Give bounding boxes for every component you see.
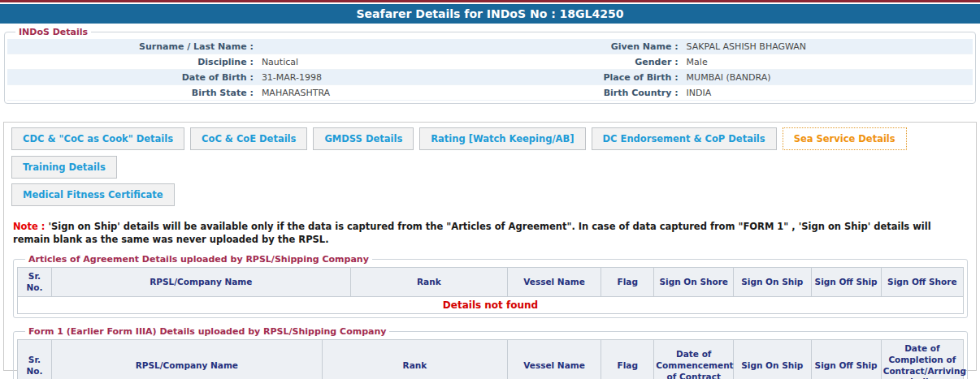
column-header: Vessel Name [507,340,601,379]
field-label: Place of Birth : [442,72,683,83]
tab-dc-endorsement-cop-details[interactable]: DC Endorsement & CoP Details [592,127,777,150]
column-header: Rank [350,268,507,297]
column-header: Sign On Shore [654,268,734,297]
indos-detail-row: Birth State :MAHARASHTRABirth Country :I… [7,85,973,101]
details-not-found-message: Details not found [18,297,964,314]
articles-of-agreement-legend: Articles of Agreement Details uploaded b… [25,254,372,265]
table-empty-row: Details not found [18,297,964,314]
field-label: Birth Country : [442,88,683,98]
column-header: Sign On Ship [734,340,811,379]
column-header: Vessel Name [507,268,601,297]
column-header: Flag [601,268,654,297]
column-header: RPSL/Company Name [51,340,322,379]
indos-detail-row: Surname / Last Name :Given Name :SAKPAL … [7,39,973,54]
indos-detail-row: Date of Birth :31-MAR-1998Place of Birth… [7,70,973,85]
column-header: Flag [601,340,654,379]
column-header: Date of Completion of Contract/Arriving … [881,340,963,379]
field-label: Gender : [442,57,683,67]
field-label: Surname / Last Name : [7,41,258,52]
table-header-row: Sr. No.RPSL/Company NameRankVessel NameF… [18,268,964,297]
field-value: MUMBAI (BANDRA) [683,72,973,83]
form1-details-legend: Form 1 (Earlier Form IIIA) Details uploa… [25,326,389,337]
field-label: Given Name : [442,41,683,52]
indos-details-fieldset: INDoS Details Surname / Last Name :Given… [4,27,976,104]
top-accent-line [0,0,980,2]
form1-details-fieldset: Form 1 (Earlier Form IIIA) Details uploa… [13,326,968,379]
tab-rating-watch-keeping-ab[interactable]: Rating [Watch Keeping/AB] [419,127,585,150]
form1-details-table: Sr. No.RPSL/Company NameRankVessel NameF… [17,339,964,379]
tabs-row-2: Medical Fitness Certificate [11,183,969,206]
note-body: 'Sign on Ship' details will be available… [13,221,931,245]
column-header: Rank [322,340,507,379]
articles-of-agreement-fieldset: Articles of Agreement Details uploaded b… [13,254,968,318]
column-header: Sr. No. [18,268,52,297]
tab-medical-fitness-certificate[interactable]: Medical Fitness Certificate [11,183,175,206]
column-header: RPSL/Company Name [51,268,350,297]
tab-training-details[interactable]: Training Details [11,156,117,179]
tabs-row-1: CDC & "CoC as Cook" DetailsCoC & CoE Det… [11,127,969,179]
tab-gmdss-details[interactable]: GMDSS Details [313,127,414,150]
page-title: Seafarer Details for INDoS No : 18GL4250 [0,4,980,24]
note-prefix: Note : [13,221,45,232]
column-header: Sign Off Ship [811,268,881,297]
indos-detail-row: Discipline :NauticalGender :Male [7,54,973,70]
field-value: 31-MAR-1998 [258,72,442,83]
tab-sea-service-details[interactable]: Sea Service Details [783,127,907,150]
column-header: Sign Off Shore [881,268,963,297]
field-value: Male [683,57,973,67]
column-header: Sign On Ship [734,268,811,297]
indos-details-legend: INDoS Details [15,27,91,37]
tab-coc-coe-details[interactable]: CoC & CoE Details [190,127,307,150]
column-header: Date of Commencement of Contract [654,340,734,379]
field-value: Nautical [258,57,442,67]
field-label: Discipline : [7,57,258,67]
field-label: Date of Birth : [7,72,258,83]
note-text: Note : 'Sign on Ship' details will be av… [13,220,968,246]
indos-details-rows: Surname / Last Name :Given Name :SAKPAL … [7,39,973,101]
column-header: Sr. No. [18,340,52,379]
field-value: INDIA [683,88,973,98]
tab-content-panel: CDC & "CoC as Cook" DetailsCoC & CoE Det… [3,122,977,371]
tab-cdc-coc-as-cook-details[interactable]: CDC & "CoC as Cook" Details [11,127,184,150]
field-value: SAKPAL ASHISH BHAGWAN [683,41,973,52]
column-header: Sign Off Ship [811,340,881,379]
field-value: MAHARASHTRA [258,88,442,98]
articles-of-agreement-table: Sr. No.RPSL/Company NameRankVessel NameF… [17,267,964,314]
table-header-row: Sr. No.RPSL/Company NameRankVessel NameF… [18,340,964,379]
field-label: Birth State : [7,88,258,98]
